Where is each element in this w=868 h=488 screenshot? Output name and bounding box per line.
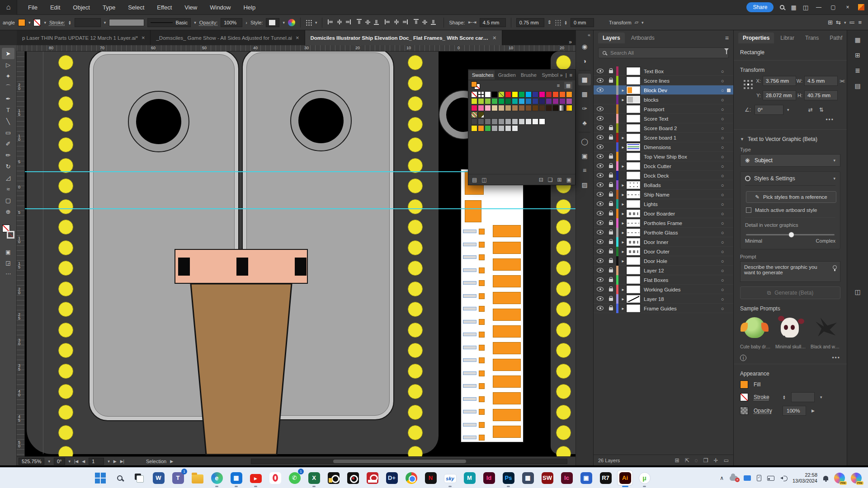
visibility-cell[interactable] — [594, 287, 606, 292]
target-circle-icon[interactable]: ○ — [718, 296, 727, 302]
shape-width-field[interactable]: 4.5 mm — [480, 18, 506, 27]
menu-item-type[interactable]: Type — [96, 0, 122, 15]
style-caret-icon[interactable]: ▾ — [283, 20, 285, 25]
swatches-tab-swatches[interactable]: Swatches — [468, 70, 495, 80]
ruler-vertical[interactable]: 2 01 51 05051 01 52 02 53 03 54 04 55 0 — [17, 52, 25, 456]
first-artboard-icon[interactable]: |◀ — [74, 459, 78, 464]
layer-row[interactable]: ▸Portholes Frame○ — [594, 218, 733, 228]
visibility-cell[interactable] — [594, 249, 606, 254]
expand-icon[interactable]: ▸ — [619, 192, 627, 197]
sample-prompt-dragon[interactable]: Cute baby drag... — [740, 314, 771, 349]
link-dimensions-icon[interactable]: ⫘ — [838, 77, 847, 84]
symbols-panel-icon[interactable]: ♣ — [578, 117, 591, 129]
align-icon-5[interactable] — [364, 19, 371, 25]
align-icon-4[interactable] — [356, 19, 363, 25]
expand-icon[interactable]: ▸ — [619, 239, 627, 244]
rotation-field[interactable]: 0° — [54, 458, 65, 465]
lock-cell[interactable] — [606, 230, 616, 235]
y-field[interactable]: 28.072 mm — [763, 90, 796, 100]
taskbar-solidworks[interactable]: SW — [540, 470, 555, 485]
layer-row[interactable]: Top View Ship Box○ — [594, 152, 733, 161]
lock-cell[interactable] — [606, 173, 616, 178]
color-swatch[interactable] — [498, 98, 505, 104]
color-swatch[interactable] — [532, 98, 538, 104]
taskbar-opera[interactable] — [268, 470, 283, 485]
right-dock-icon-3[interactable]: ≣ — [851, 65, 864, 76]
sample-thumbnail-dragon[interactable] — [740, 314, 769, 341]
next-artboard-icon[interactable]: ▶ — [113, 459, 117, 464]
color-swatch[interactable] — [478, 91, 484, 98]
flip-vertical-icon[interactable]: ⇅ — [819, 107, 824, 113]
tab-close-icon[interactable]: × — [493, 34, 496, 41]
menu-item-object[interactable]: Object — [66, 0, 96, 15]
pen-tool[interactable]: ✒ — [2, 93, 14, 104]
color-swatch[interactable] — [512, 125, 518, 131]
layers-search-input[interactable]: Search All — [598, 47, 729, 58]
dock-collapse-icon[interactable]: « — [588, 30, 593, 39]
color-swatch[interactable] — [498, 125, 505, 131]
visibility-cell[interactable] — [594, 164, 606, 169]
taskbar-word[interactable]: W — [151, 470, 166, 485]
generate-button[interactable]: ⧉ Generate (Beta) — [740, 286, 840, 299]
visibility-cell[interactable] — [594, 183, 606, 188]
transform-more-icon[interactable]: ••• — [740, 116, 840, 127]
stroke-color-swatch[interactable] — [33, 19, 41, 26]
brush-caret-icon[interactable]: ▾ — [194, 20, 196, 25]
taskbar-photoshop[interactable]: Ps — [501, 470, 516, 485]
panel-menu-icon[interactable]: ≡ — [858, 19, 862, 26]
free-transform-tool[interactable]: ▢ — [2, 195, 14, 206]
gradient-panel-icon[interactable]: ▩ — [578, 88, 591, 100]
graphic-styles-panel-icon[interactable]: ▣ — [578, 150, 591, 162]
layer-row[interactable]: ▸Ship Name○ — [594, 190, 733, 199]
stroke-width-select[interactable] — [75, 18, 101, 27]
color-swatch[interactable] — [532, 118, 538, 125]
draw-mode-icon[interactable]: ▣ — [5, 249, 10, 255]
target-circle-icon[interactable]: ○ — [718, 239, 727, 245]
visibility-cell[interactable] — [594, 126, 606, 131]
pick-styles-button[interactable]: ✎ Pick styles from a reference — [746, 191, 836, 203]
layer-row[interactable]: ▸Door Boarder○ — [594, 209, 733, 218]
rectangle-tool[interactable]: ▭ — [2, 127, 14, 138]
lock-cell[interactable] — [606, 211, 616, 216]
target-circle-icon[interactable]: ○ — [718, 97, 727, 103]
expand-icon[interactable]: ▸ — [619, 306, 627, 311]
corner-options-icon[interactable] — [555, 19, 561, 26]
color-swatch[interactable] — [539, 105, 545, 111]
opacity-field[interactable]: 100% — [221, 18, 242, 27]
artboard-caret-icon[interactable]: ▾ — [108, 459, 110, 464]
target-circle-icon[interactable]: ○ — [718, 192, 727, 197]
color-swatch[interactable] — [552, 91, 559, 98]
scale-tool[interactable]: ◿ — [2, 172, 14, 183]
expand-icon[interactable]: ▸ — [619, 296, 627, 301]
apps-grid-icon[interactable]: ▦ — [791, 4, 796, 11]
color-swatch[interactable] — [519, 98, 525, 104]
arrange-caret-icon[interactable]: ▾ — [844, 20, 846, 25]
zoom-tool[interactable]: ⊕ — [2, 206, 14, 217]
maximize-button[interactable]: ▢ — [829, 4, 837, 10]
horizontal-scrollbar[interactable] — [251, 459, 567, 464]
scrollbar-thumb[interactable] — [333, 460, 466, 463]
tab-pathf[interactable]: Pathf — [825, 33, 847, 43]
taskbar-chrome[interactable] — [404, 470, 419, 485]
color-swatch[interactable] — [491, 98, 498, 104]
stroke-label[interactable]: Stroke — [754, 394, 777, 400]
menu-item-file[interactable]: File — [22, 0, 44, 15]
visibility-cell[interactable] — [594, 230, 606, 235]
layers-menu-icon[interactable]: ≡ — [725, 34, 729, 42]
visibility-cell[interactable] — [594, 296, 606, 302]
layer-row[interactable]: Flat Boxes○ — [594, 275, 733, 285]
last-artboard-icon[interactable]: ▶| — [120, 459, 124, 464]
taskbar-microsoft-store[interactable]: ▦ — [229, 470, 244, 485]
layers-footer-icon-3[interactable]: ◌ — [695, 457, 698, 464]
align-icon-11[interactable] — [421, 19, 428, 25]
color-swatch[interactable] — [471, 105, 477, 111]
target-circle-icon[interactable]: ○ — [718, 154, 727, 160]
recolor-artwork-icon[interactable] — [288, 19, 295, 26]
target-circle-icon[interactable]: ○ — [718, 306, 727, 311]
transparency-panel-icon[interactable]: ▨ — [578, 179, 591, 191]
visibility-cell[interactable] — [594, 268, 606, 273]
color-swatch[interactable] — [471, 98, 477, 104]
visibility-cell[interactable] — [594, 211, 606, 216]
lock-cell[interactable] — [606, 277, 616, 283]
opacity-more-icon[interactable]: › — [245, 20, 247, 25]
